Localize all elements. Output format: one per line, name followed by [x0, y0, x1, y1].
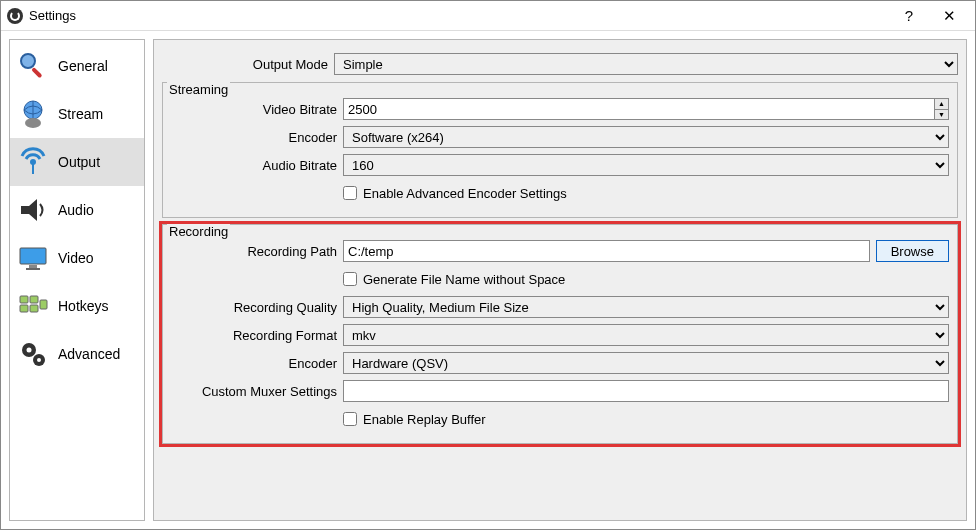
- sidebar-item-label: Audio: [58, 202, 94, 218]
- svg-rect-8: [26, 268, 40, 270]
- settings-window: Settings ? ✕ General Stream Output Audio: [0, 0, 976, 530]
- audio-bitrate-label: Audio Bitrate: [171, 158, 343, 173]
- recording-quality-label: Recording Quality: [171, 300, 343, 315]
- monitor-icon: [16, 241, 50, 275]
- streaming-group: Streaming Video Bitrate ▲▼ Encoder Softw…: [162, 82, 958, 218]
- globe-icon: [16, 97, 50, 131]
- content-output: Output Mode Simple Streaming Video Bitra…: [153, 39, 967, 521]
- svg-point-15: [27, 348, 32, 353]
- svg-rect-12: [30, 305, 38, 312]
- sidebar-item-hotkeys[interactable]: Hotkeys: [10, 282, 144, 330]
- obs-icon: [7, 8, 23, 24]
- muxer-label: Custom Muxer Settings: [171, 384, 343, 399]
- svg-rect-7: [29, 265, 37, 268]
- replay-buffer-label: Enable Replay Buffer: [363, 412, 486, 427]
- replay-buffer-checkbox[interactable]: Enable Replay Buffer: [343, 412, 486, 427]
- sidebar-item-output[interactable]: Output: [10, 138, 144, 186]
- sidebar-item-stream[interactable]: Stream: [10, 90, 144, 138]
- sidebar-item-label: Video: [58, 250, 94, 266]
- titlebar: Settings ? ✕: [1, 1, 975, 31]
- sidebar-item-video[interactable]: Video: [10, 234, 144, 282]
- svg-rect-9: [20, 296, 28, 303]
- speaker-icon: [16, 193, 50, 227]
- sidebar-item-general[interactable]: General: [10, 42, 144, 90]
- sidebar-item-advanced[interactable]: Advanced: [10, 330, 144, 378]
- recording-format-label: Recording Format: [171, 328, 343, 343]
- keyboard-icon: [16, 289, 50, 323]
- spin-up[interactable]: ▲: [934, 99, 948, 110]
- nospace-label: Generate File Name without Space: [363, 272, 565, 287]
- wrench-icon: [16, 49, 50, 83]
- output-mode-label: Output Mode: [162, 57, 334, 72]
- sidebar-item-audio[interactable]: Audio: [10, 186, 144, 234]
- svg-rect-10: [30, 296, 38, 303]
- advanced-encoder-label: Enable Advanced Encoder Settings: [363, 186, 567, 201]
- close-button[interactable]: ✕: [929, 7, 969, 25]
- nospace-checkbox[interactable]: Generate File Name without Space: [343, 272, 565, 287]
- svg-point-17: [37, 358, 41, 362]
- recording-format-select[interactable]: mkv: [343, 324, 949, 346]
- spin-down[interactable]: ▼: [934, 110, 948, 120]
- window-title: Settings: [29, 8, 76, 23]
- output-mode-select[interactable]: Simple: [334, 53, 958, 75]
- video-bitrate-input[interactable]: [343, 98, 949, 120]
- video-bitrate-label: Video Bitrate: [171, 102, 343, 117]
- recording-encoder-label: Encoder: [171, 356, 343, 371]
- muxer-input[interactable]: [343, 380, 949, 402]
- recording-legend: Recording: [167, 224, 230, 239]
- gears-icon: [16, 337, 50, 371]
- sidebar: General Stream Output Audio Video Hotkey…: [9, 39, 145, 521]
- advanced-encoder-checkbox[interactable]: Enable Advanced Encoder Settings: [343, 186, 567, 201]
- broadcast-icon: [16, 145, 50, 179]
- svg-point-3: [25, 118, 41, 128]
- sidebar-item-label: General: [58, 58, 108, 74]
- streaming-encoder-label: Encoder: [171, 130, 343, 145]
- svg-rect-5: [32, 164, 34, 174]
- svg-rect-13: [40, 300, 47, 309]
- sidebar-item-label: Hotkeys: [58, 298, 109, 314]
- video-bitrate-spinner[interactable]: ▲▼: [343, 98, 949, 120]
- recording-group: Recording Recording Path Browse Generate…: [162, 224, 958, 444]
- sidebar-item-label: Output: [58, 154, 100, 170]
- sidebar-item-label: Advanced: [58, 346, 120, 362]
- recording-path-input[interactable]: [343, 240, 870, 262]
- recording-quality-select[interactable]: High Quality, Medium File Size: [343, 296, 949, 318]
- svg-rect-6: [20, 248, 46, 264]
- sidebar-item-label: Stream: [58, 106, 103, 122]
- streaming-legend: Streaming: [167, 82, 230, 97]
- browse-button[interactable]: Browse: [876, 240, 949, 262]
- help-button[interactable]: ?: [889, 7, 929, 24]
- audio-bitrate-select[interactable]: 160: [343, 154, 949, 176]
- svg-rect-11: [20, 305, 28, 312]
- svg-rect-1: [31, 67, 42, 78]
- recording-encoder-select[interactable]: Hardware (QSV): [343, 352, 949, 374]
- streaming-encoder-select[interactable]: Software (x264): [343, 126, 949, 148]
- svg-point-0: [21, 54, 35, 68]
- recording-path-label: Recording Path: [171, 244, 343, 259]
